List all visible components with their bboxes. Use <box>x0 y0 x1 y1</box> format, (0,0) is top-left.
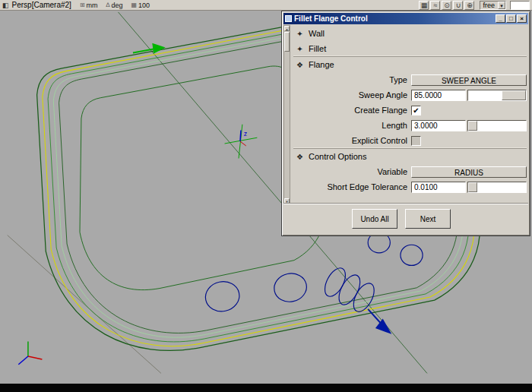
application-window: ◧ Persp[Camera#2] ⊞ mm ∆ deg ▦ 100 ▦ ≈ ⊙… <box>0 0 532 392</box>
grid-size-label: 100 <box>138 2 150 9</box>
type-label: Type <box>293 75 411 84</box>
angular-units-label: deg <box>112 2 123 9</box>
length-slider[interactable] <box>467 120 527 131</box>
fillet-expand-icon[interactable]: ✦ <box>296 45 304 53</box>
slider-thumb[interactable] <box>468 121 477 131</box>
snap-to-grid-icon[interactable]: ▦ <box>419 1 429 10</box>
variable-label: Variable <box>293 167 411 176</box>
close-button[interactable]: × <box>517 14 527 23</box>
construction-line <box>8 236 161 374</box>
short-edge-tolerance-row: Short Edge Tolerance <box>293 179 527 194</box>
control-options-collapse-icon[interactable]: ❖ <box>296 153 304 161</box>
grid-size[interactable]: ▦ 100 <box>131 2 150 9</box>
short-edge-tolerance-slider[interactable] <box>467 182 527 193</box>
section-flange[interactable]: ❖ Flange <box>293 56 527 72</box>
dialog-rows: ✦ Wall ✦ Fillet ❖ Flange Type SWEEP ANGL… <box>293 26 527 194</box>
section-wall[interactable]: ✦ Wall <box>293 26 527 41</box>
undo-all-button[interactable]: Undo All <box>352 209 397 229</box>
section-flange-label: Flange <box>309 60 334 69</box>
scrollbar-thumb[interactable] <box>284 32 290 52</box>
dialog-title: Fillet Flange Control <box>294 14 495 23</box>
console-strip <box>0 384 532 392</box>
create-flange-checkbox[interactable]: ✔ <box>411 106 421 115</box>
detail-circles <box>203 232 423 316</box>
explicit-control-checkbox[interactable] <box>411 136 421 146</box>
free-mode-dropdown[interactable]: free ▼ <box>480 1 506 10</box>
angular-units-icon: ∆ <box>106 2 110 8</box>
toolbar-left: ◧ Persp[Camera#2] ⊞ mm ∆ deg ▦ 100 <box>2 1 150 10</box>
linear-units[interactable]: ⊞ mm <box>80 2 98 9</box>
variable-option-button[interactable]: RADIUS <box>411 166 527 178</box>
angular-units[interactable]: ∆ deg <box>106 2 123 9</box>
construction-plane-icon[interactable]: ⊕ <box>464 1 474 10</box>
sweep-angle-slider[interactable] <box>467 90 527 101</box>
dialog-icon <box>285 15 292 22</box>
slider-thumb[interactable] <box>502 90 526 100</box>
end-direction-arrow <box>368 309 391 334</box>
sweep-angle-input[interactable] <box>411 90 466 101</box>
next-button[interactable]: Next <box>405 209 451 229</box>
pivot-axis: z <box>225 125 258 159</box>
section-fillet-label: Fillet <box>309 44 326 53</box>
section-control-options[interactable]: ❖ Control Options <box>293 148 527 164</box>
explicit-control-label: Explicit Control <box>293 136 411 145</box>
length-row: Length <box>293 118 527 133</box>
scroll-up-icon[interactable]: ▲ <box>284 26 290 31</box>
slider-thumb[interactable] <box>468 182 477 192</box>
section-wall-label: Wall <box>309 29 325 38</box>
free-mode-value: free <box>483 2 495 9</box>
maximize-button[interactable]: □ <box>506 14 516 23</box>
length-label: Length <box>293 121 411 130</box>
viewport-toolbar: ◧ Persp[Camera#2] ⊞ mm ∆ deg ▦ 100 ▦ ≈ ⊙… <box>0 0 532 11</box>
type-option-button[interactable]: SWEEP ANGLE <box>411 74 527 86</box>
flange-collapse-icon[interactable]: ❖ <box>296 61 304 69</box>
snap-to-point-icon[interactable]: ⊙ <box>442 1 451 10</box>
grid-size-icon: ▦ <box>131 2 138 8</box>
short-edge-tolerance-label: Short Edge Tolerance <box>293 182 411 191</box>
camera-view-icon[interactable]: ◧ <box>2 1 9 10</box>
dialog-titlebar[interactable]: Fillet Flange Control _ □ × <box>283 13 528 24</box>
sweep-angle-row: Sweep Angle <box>293 87 527 103</box>
dialog-button-bar: Undo All Next <box>283 203 528 234</box>
linear-units-label: mm <box>87 2 98 9</box>
create-flange-row: Create Flange ✔ <box>293 103 527 118</box>
explicit-control-row: Explicit Control <box>293 133 527 148</box>
toolbar-right: ▦ ≈ ⊙ ∪ ⊕ free ▼ <box>419 1 530 10</box>
type-row: Type SWEEP ANGLE <box>293 72 527 87</box>
create-flange-label: Create Flange <box>293 106 411 115</box>
minimize-button[interactable]: _ <box>496 14 505 23</box>
length-input[interactable] <box>411 120 466 131</box>
wall-expand-icon[interactable]: ✦ <box>296 30 304 38</box>
prompt-input[interactable] <box>510 1 530 10</box>
check-icon: ✔ <box>413 106 419 115</box>
section-fillet[interactable]: ✦ Fillet <box>293 41 527 56</box>
dialog-scrollbar[interactable]: ▲ ▼ <box>283 25 290 204</box>
fillet-flange-dialog: Fillet Flange Control _ □ × ▲ ▼ ✦ Wall ✦… <box>281 11 530 236</box>
sweep-angle-label: Sweep Angle <box>293 90 411 100</box>
variable-row: Variable RADIUS <box>293 164 527 179</box>
snap-to-curve-icon[interactable]: ≈ <box>430 1 440 10</box>
dialog-body: ▲ ▼ ✦ Wall ✦ Fillet ❖ Flange Ty <box>283 24 528 205</box>
chevron-down-icon: ▼ <box>498 2 505 9</box>
axis-z-label: z <box>244 130 247 138</box>
section-control-options-label: Control Options <box>309 152 366 161</box>
world-axis-triad <box>18 342 42 365</box>
linear-units-icon: ⊞ <box>80 2 85 8</box>
view-label[interactable]: Persp[Camera#2] <box>12 1 71 9</box>
short-edge-tolerance-input[interactable] <box>411 182 466 193</box>
magnet-icon[interactable]: ∪ <box>453 1 463 10</box>
